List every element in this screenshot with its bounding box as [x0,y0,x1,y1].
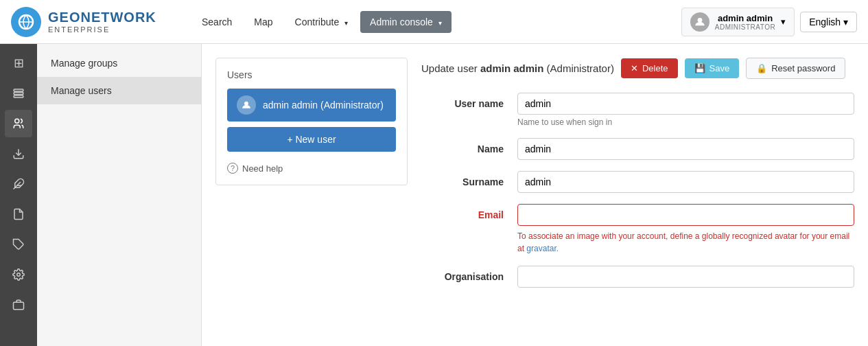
help-icon: ? [227,163,238,174]
edit-header: Update user admin admin (Administrator) … [421,58,854,79]
download-icon[interactable] [5,140,32,168]
user-info: admin admin ADMINISTRATOR [715,13,775,31]
email-label: Email [421,204,517,220]
document-icon[interactable] [5,200,32,228]
admin-console-caret-icon: ▾ [438,19,442,27]
logo-text: GEONETWORK ENTERPRISE [48,10,156,34]
user-caret-icon: ▾ [781,16,786,27]
email-error-msg: To associate an image with your account,… [517,230,854,255]
content-area: Users admin admin (Administrator) + New … [202,44,868,346]
puzzle-icon[interactable] [5,170,32,198]
username-input[interactable] [517,93,854,115]
user-menu-btn[interactable]: admin admin ADMINISTRATOR ▾ [681,8,795,36]
surname-group [517,171,854,193]
language-btn[interactable]: English ▾ [800,12,857,32]
organisation-group [517,266,854,288]
contribute-nav-btn[interactable]: Contribute ▾ [285,11,357,33]
manage-users-item[interactable]: Manage users [37,77,201,104]
name-input[interactable] [517,138,854,160]
gravatar-link[interactable]: gravatar. [526,244,559,253]
tag-icon[interactable] [5,231,32,258]
edit-title: Update user admin admin (Administrator) [421,62,614,74]
menu-sidebar: Manage groups Manage users [37,44,202,346]
nav-links: Search Map Contribute ▾ Admin console ▾ [192,11,681,33]
svg-rect-3 [14,95,23,97]
top-nav: GEONETWORK ENTERPRISE Search Map Contrib… [0,0,868,44]
organisation-row: Organisation [421,266,854,288]
svg-point-4 [15,119,19,123]
logo-icon [11,7,41,37]
organisation-label: Organisation [421,266,517,282]
admin-console-nav-btn[interactable]: Admin console ▾ [360,11,451,33]
name-group [517,138,854,160]
admin-user-btn[interactable]: admin admin (Administrator) [227,89,396,122]
username-group: Name to use when sign in [517,93,854,127]
svg-point-11 [244,102,248,106]
contribute-caret-icon: ▾ [344,19,348,27]
name-row: Name [421,138,854,160]
save-button[interactable]: 💾 Save [685,58,740,78]
need-help-btn[interactable]: ? Need help [227,163,283,174]
users-panel-title: Users [227,69,396,80]
username-label: User name [421,93,517,109]
svg-rect-10 [14,302,24,310]
lang-caret-icon: ▾ [843,16,848,27]
email-row: Email To associate an image with your ac… [421,204,854,255]
manage-groups-item[interactable]: Manage groups [37,49,201,77]
svg-point-9 [17,273,21,277]
edit-panel: Update user admin admin (Administrator) … [421,58,854,332]
avatar [690,12,709,32]
svg-point-0 [697,18,702,23]
users-icon[interactable] [5,110,32,137]
nav-right: admin admin ADMINISTRATOR ▾ English ▾ [681,8,857,36]
icon-sidebar: ⊞ [0,44,37,346]
svg-rect-2 [14,93,23,95]
times-icon: ✕ [631,63,638,73]
list-icon[interactable] [5,80,32,107]
lock-icon: 🔒 [756,63,767,73]
surname-label: Surname [421,171,517,187]
organisation-input[interactable] [517,266,854,288]
dashboard-icon[interactable]: ⊞ [5,49,32,77]
new-user-btn[interactable]: + New user [227,127,396,152]
username-row: User name Name to use when sign in [421,93,854,127]
reset-password-button[interactable]: 🔒 Reset password [746,58,845,79]
surname-input[interactable] [517,171,854,193]
users-panel: Users admin admin (Administrator) + New … [215,58,408,185]
search-nav-btn[interactable]: Search [192,11,242,33]
username-hint: Name to use when sign in [517,117,854,127]
map-nav-btn[interactable]: Map [244,11,282,33]
surname-row: Surname [421,171,854,193]
save-icon: 💾 [694,63,705,73]
briefcase-icon[interactable] [5,291,32,319]
admin-avatar [237,95,256,115]
delete-button[interactable]: ✕ Delete [621,58,678,78]
name-label: Name [421,138,517,154]
email-input[interactable] [517,204,854,226]
logo-area: GEONETWORK ENTERPRISE [11,7,176,37]
svg-rect-1 [14,89,23,91]
email-group: To associate an image with your account,… [517,204,854,255]
main-layout: ⊞ Manage groups Manage users [0,44,868,346]
settings-icon[interactable] [5,261,32,288]
